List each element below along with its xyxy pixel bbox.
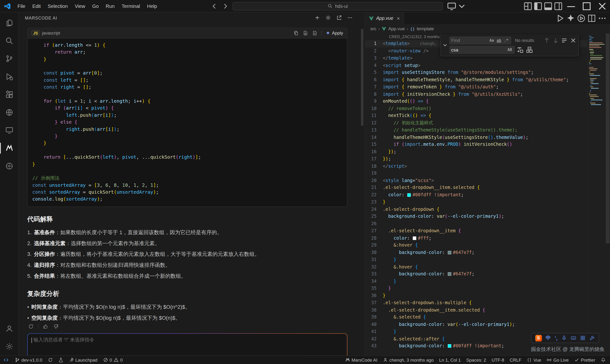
go-live[interactable]: Go Live [544, 356, 571, 364]
editor-line[interactable]: 40 background-color: var(--el-color-prim… [365, 321, 587, 328]
match-case-toggle[interactable]: Aa [489, 37, 495, 44]
code-area[interactable]: CRED_ZAC\11312, 3 months ago | 2 authors… [365, 33, 587, 355]
ime-punct-toggle[interactable]: ’, [555, 335, 558, 341]
editor-line[interactable]: 39 &.selected { [365, 313, 587, 321]
sidebar-item-marscode[interactable] [0, 139, 19, 157]
editor-line[interactable]: 16 }); [365, 148, 587, 155]
ime-lang-toggle[interactable]: 中 [546, 335, 551, 341]
send-icon[interactable] [226, 347, 343, 355]
preserve-case-toggle[interactable]: AB [507, 46, 513, 54]
problems-item[interactable]: 00 [100, 356, 126, 364]
launchpad-item[interactable]: Launchpad [66, 356, 100, 364]
new-file-icon[interactable] [312, 30, 318, 36]
command-center-search[interactable]: hds-ui [233, 2, 443, 10]
nav-back-icon[interactable] [211, 3, 218, 10]
editor-line[interactable]: 8import { initVersionCheck } from "@/uti… [365, 91, 587, 98]
find-input[interactable]: Find Aa ab .* [449, 37, 511, 44]
sidebar-item-extensions[interactable] [0, 86, 19, 104]
editor-line[interactable]: 28 color: #fff; [365, 234, 587, 242]
wrench-icon[interactable] [589, 335, 595, 341]
new-chat-icon[interactable] [314, 15, 320, 21]
editor-line[interactable]: 18</script> [365, 162, 587, 169]
more-actions-icon[interactable] [597, 13, 607, 23]
editor-scrollbar[interactable] [605, 33, 610, 355]
regex-toggle[interactable]: .* [503, 37, 509, 44]
breadcrumb[interactable]: src › App.vue › {} template [365, 24, 610, 33]
more-actions-icon[interactable] [347, 15, 353, 21]
regenerate-icon[interactable] [28, 324, 34, 329]
whole-word-toggle[interactable]: ab [496, 37, 502, 44]
menu-selection[interactable]: Selection [44, 2, 71, 10]
menu-view[interactable]: View [71, 2, 89, 10]
menu-help[interactable]: Help [143, 2, 160, 10]
split-editor-icon[interactable] [587, 13, 597, 23]
sidebar-item-source-control[interactable] [0, 50, 19, 68]
editor-line[interactable]: 36} [365, 292, 587, 299]
editor-line[interactable]: 5import useSettingsStore from "@/store/m… [365, 69, 587, 76]
remote-indicator[interactable] [0, 356, 12, 364]
close-button[interactable] [595, 0, 610, 12]
customize-layout-icon[interactable] [523, 1, 533, 11]
editor-line[interactable]: 27 .el-select-dropdown__item { [365, 227, 587, 234]
editor-line[interactable]: 35 } [365, 285, 587, 292]
keyboard-icon[interactable] [571, 335, 576, 341]
editor-line[interactable]: 31 } [365, 256, 587, 263]
chevron-down-icon[interactable] [457, 1, 467, 11]
eol[interactable]: CRLF [507, 356, 524, 364]
next-match-icon[interactable] [552, 37, 559, 44]
sidebar-item-live-server[interactable] [0, 121, 19, 139]
editor-line[interactable]: 38 .el-select-dropdown__item.selected { [365, 306, 587, 313]
editor-line[interactable]: 30 background-color: #647e7f; [365, 249, 587, 256]
toggle-replace-icon[interactable] [442, 42, 448, 48]
breadcrumb-symbol[interactable]: template [417, 26, 434, 31]
editor-line[interactable]: 24.el-select-dropdown { [365, 206, 587, 213]
experiments-item[interactable] [55, 356, 66, 364]
tab-app-vue[interactable]: App.vue × [365, 13, 404, 24]
replace-all-icon[interactable] [526, 46, 533, 54]
language-mode[interactable]: Vue [524, 356, 544, 364]
editor-line[interactable]: 15 if (import.meta.env.PROD) initVersion… [365, 141, 587, 148]
editor-line[interactable]: 4<script setup> [365, 62, 587, 69]
editor-line[interactable]: 21.el-select-dropdown__item.selected { [365, 184, 587, 191]
sogou-logo-icon[interactable]: S [535, 335, 542, 341]
sidebar-item-run-debug[interactable] [0, 68, 19, 86]
toggle-secondary-sidebar-icon[interactable] [553, 1, 563, 11]
run-preview-icon[interactable] [577, 13, 586, 23]
run-file-icon[interactable] [556, 13, 565, 23]
copy-icon[interactable] [293, 30, 299, 36]
tab-close-icon[interactable]: × [397, 16, 400, 21]
breadcrumb-file[interactable]: App.vue [389, 26, 405, 31]
menu-edit[interactable]: Edit [29, 2, 44, 10]
apply-button[interactable]: Apply [326, 31, 343, 36]
sidebar-item-tools[interactable] [0, 157, 19, 175]
menu-file[interactable]: File [14, 2, 29, 10]
editor-line[interactable]: 19 [365, 169, 587, 177]
minimap[interactable] [587, 33, 605, 355]
insert-code-icon[interactable] [303, 30, 308, 36]
editor-line[interactable]: 11 nextTick(() => { [365, 112, 587, 119]
blame-status[interactable]: chenqh, 3 months ago [380, 356, 436, 364]
branch-item[interactable]: dev-v1.0.0 [12, 356, 45, 364]
sidebar-item-remote-explorer[interactable] [0, 104, 19, 121]
replace-input[interactable]: csa AB [449, 46, 515, 54]
notifications[interactable] [598, 356, 608, 364]
menu-terminal[interactable]: Terminal [118, 2, 144, 10]
editor-line[interactable]: 32 &.hover { [365, 263, 587, 270]
editor-line[interactable]: 22 color: #00fdff !important; [365, 191, 587, 198]
editor-line[interactable]: 13 // handleThemeStyle(useSettingsStore(… [365, 127, 587, 134]
sync-item[interactable] [45, 356, 55, 364]
chat-input-box[interactable]: 输入消息或者 “/” 来选择指令 # Doubao-1.5-pro [27, 333, 347, 355]
sidebar-item-explorer[interactable] [0, 14, 19, 32]
menu-run[interactable]: Run [102, 2, 118, 10]
prettier[interactable]: Prettier [571, 356, 598, 364]
breadcrumb-src[interactable]: src [370, 26, 376, 31]
account-button[interactable] [0, 320, 19, 338]
editor-line[interactable]: 10 // removeToken() [365, 105, 587, 112]
sidebar-item-search[interactable] [0, 32, 19, 50]
toggle-sidebar-icon[interactable] [533, 1, 543, 11]
close-find-icon[interactable] [570, 37, 577, 44]
editor-line[interactable]: 7import { removeToken } from "@/utils/au… [365, 83, 587, 90]
cursor-position[interactable]: Ln 1, Col 1 [437, 356, 464, 364]
previous-match-icon[interactable] [543, 37, 550, 44]
grid-icon[interactable] [580, 335, 585, 341]
